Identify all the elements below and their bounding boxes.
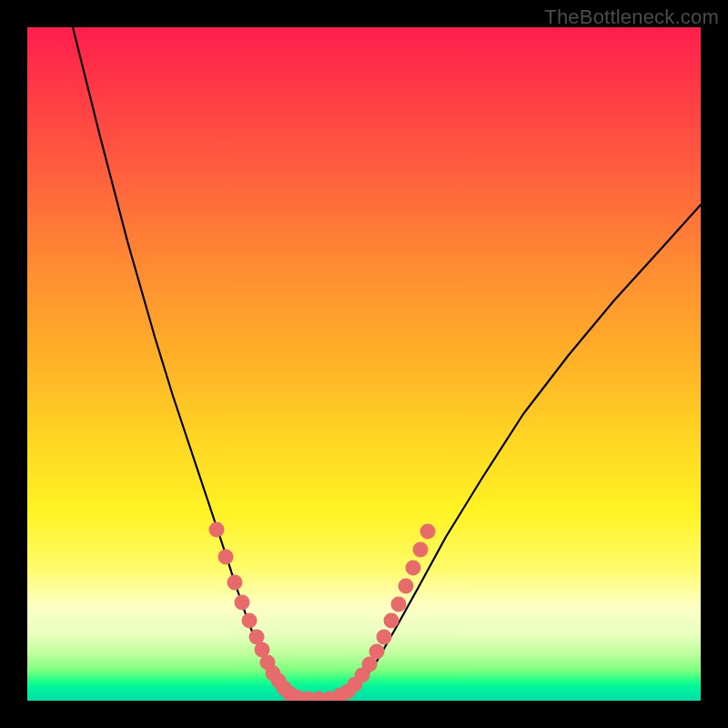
bottleneck-curve-path: [73, 27, 701, 699]
curve-dot: [209, 522, 225, 538]
curve-dot: [218, 550, 234, 565]
curve-dot: [399, 579, 414, 594]
curve-dot: [242, 613, 258, 629]
curve-dot: [228, 575, 243, 591]
watermark-text: TheBottleneck.com: [544, 5, 719, 29]
curve-dot: [377, 630, 392, 645]
curve-dot: [406, 561, 421, 576]
curve-layer: [27, 27, 701, 701]
curve-dot-markers: [209, 522, 436, 702]
curve-dot: [384, 613, 399, 629]
curve-dot: [369, 644, 385, 660]
curve-dot: [391, 597, 407, 612]
chart-frame: TheBottleneck.com: [0, 0, 728, 728]
bottleneck-curve: [73, 27, 701, 699]
curve-dot: [235, 595, 250, 611]
plot-area: [27, 27, 701, 701]
curve-dot: [420, 524, 436, 540]
curve-dot: [413, 542, 429, 558]
